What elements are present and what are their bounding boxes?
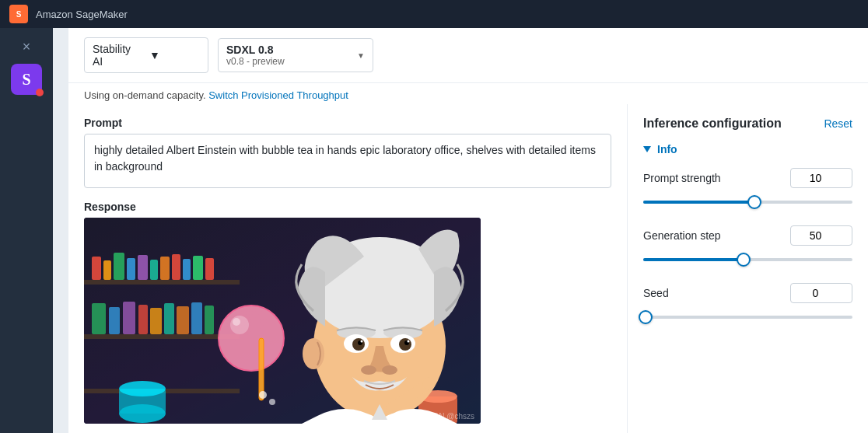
svg-rect-9: [103, 260, 111, 280]
svg-rect-8: [92, 257, 101, 280]
chevron-down-icon: ▼: [149, 49, 200, 61]
app-title: Amazon SageMaker: [36, 9, 128, 20]
svg-rect-5: [84, 280, 240, 285]
generation-step-slider-thumb[interactable]: [737, 253, 751, 267]
prompt-section: Prompt: [84, 117, 611, 191]
model-dropdown[interactable]: SDXL 0.8 v0.8 - preview ▼: [218, 38, 373, 72]
svg-rect-16: [183, 259, 191, 280]
model-version: v0.8 - preview: [226, 56, 351, 67]
prompt-strength-slider-fill: [643, 201, 754, 204]
generation-step-slider-fill: [643, 258, 744, 261]
seed-config: Seed: [643, 283, 852, 325]
prompt-strength-label: Prompt strength: [643, 172, 721, 184]
svg-rect-12: [138, 255, 148, 280]
capacity-text: Using on-demand capacity.: [84, 89, 206, 101]
seed-slider-container: [643, 309, 852, 325]
watermark-text: CSDN @chszs: [422, 412, 474, 421]
svg-point-52: [382, 365, 397, 375]
sidebar-right-strip: [53, 28, 68, 433]
seed-input[interactable]: [790, 283, 852, 303]
svg-text:S: S: [16, 10, 22, 19]
svg-rect-18: [205, 258, 214, 280]
svg-point-51: [361, 365, 376, 375]
inference-config-panel: Inference configuration Reset Info Promp…: [627, 104, 868, 433]
prompt-strength-config: Prompt strength: [643, 168, 852, 210]
inference-header: Inference configuration Reset: [643, 117, 852, 131]
svg-rect-19: [92, 303, 106, 334]
seed-label: Seed: [643, 287, 669, 299]
svg-point-56: [269, 399, 275, 405]
generation-step-config: Generation step: [643, 225, 852, 267]
svg-rect-22: [138, 305, 148, 334]
svg-rect-11: [127, 258, 135, 280]
response-label: Response: [84, 201, 611, 213]
svg-rect-15: [172, 254, 180, 280]
provider-dropdown[interactable]: Stability AI ▼: [84, 37, 208, 73]
prompt-strength-input[interactable]: [790, 168, 852, 188]
svg-point-35: [230, 316, 249, 334]
svg-rect-25: [177, 306, 189, 334]
info-toggle[interactable]: Info: [643, 143, 852, 155]
model-name: SDXL 0.8: [226, 44, 351, 56]
svg-point-49: [361, 340, 363, 343]
sagemaker-logo: S: [9, 5, 28, 23]
svg-rect-17: [193, 256, 203, 280]
collapse-icon: [643, 146, 651, 152]
inference-title: Inference configuration: [643, 117, 782, 131]
info-section: Info Prompt strength: [643, 143, 852, 325]
capacity-info-bar: Using on-demand capacity. Switch Provisi…: [68, 83, 868, 104]
prompt-textarea[interactable]: [84, 134, 611, 188]
svg-point-50: [408, 340, 410, 343]
svg-rect-14: [160, 257, 170, 280]
generation-step-label: Generation step: [643, 229, 721, 242]
svg-point-54: [422, 377, 435, 389]
generation-step-input[interactable]: [790, 225, 852, 246]
content-area: Stability AI ▼ SDXL 0.8 v0.8 - preview ▼…: [68, 28, 868, 433]
response-section: Response: [84, 201, 611, 424]
prompt-strength-slider-thumb[interactable]: [747, 195, 761, 209]
reset-button[interactable]: Reset: [824, 117, 852, 130]
generated-image-svg: [84, 218, 481, 424]
generation-step-slider-container: [643, 252, 852, 267]
provider-icon: S: [11, 64, 42, 95]
svg-rect-20: [109, 307, 120, 334]
svg-rect-37: [259, 338, 264, 400]
svg-rect-6: [84, 334, 240, 339]
switch-provisioned-link[interactable]: Switch Provisioned Throughput: [208, 89, 348, 101]
left-content: Prompt Response: [68, 104, 627, 433]
model-chevron-down-icon: ▼: [357, 51, 365, 60]
svg-rect-21: [123, 302, 135, 334]
main-content-row: Prompt Response: [68, 104, 868, 433]
left-sidebar: × S: [0, 28, 53, 433]
info-label: Info: [657, 143, 677, 155]
svg-rect-13: [150, 260, 158, 280]
seed-slider-thumb[interactable]: [639, 310, 653, 324]
svg-rect-10: [114, 253, 124, 280]
prompt-label: Prompt: [84, 117, 611, 129]
prompt-strength-slider-container: [643, 194, 852, 210]
svg-rect-24: [164, 303, 174, 334]
svg-point-36: [233, 318, 240, 326]
provider-name: Stability AI: [93, 43, 143, 68]
svg-rect-26: [191, 302, 202, 334]
response-image: CSDN @chszs: [84, 218, 481, 424]
top-nav-bar: S Amazon SageMaker: [0, 0, 868, 28]
svg-point-30: [119, 381, 166, 396]
model-header: Stability AI ▼ SDXL 0.8 v0.8 - preview ▼: [68, 28, 868, 83]
svg-rect-23: [150, 308, 162, 334]
close-button[interactable]: ×: [16, 36, 37, 58]
svg-rect-27: [205, 306, 214, 334]
svg-point-55: [259, 391, 267, 399]
